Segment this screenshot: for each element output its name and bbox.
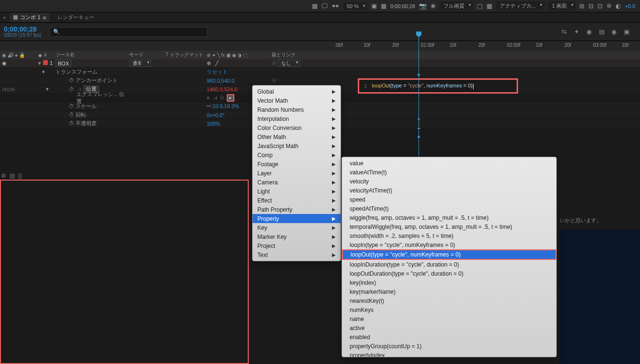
- audio-column-icon[interactable]: 🔊: [8, 53, 13, 58]
- add-keyframe-icon[interactable]: ◇: [7, 86, 11, 92]
- submenu-item[interactable]: key(markerName): [342, 287, 556, 296]
- label-color[interactable]: [43, 60, 48, 65]
- motion-blur-icon[interactable]: ◉: [611, 28, 619, 36]
- menu-item-javascript-math[interactable]: JavaScript Math▶: [253, 141, 341, 150]
- submenu-item[interactable]: valueAtTime(t): [342, 168, 556, 177]
- menu-item-marker-key[interactable]: Marker Key▶: [253, 232, 341, 241]
- menu-item-vector-math[interactable]: Vector Math▶: [253, 96, 341, 105]
- menu-item-footage[interactable]: Footage▶: [253, 160, 341, 169]
- transform-twirl-icon[interactable]: ▾: [42, 69, 45, 75]
- draft3d-icon[interactable]: ✦: [574, 28, 582, 36]
- label-column-icon[interactable]: ◆: [38, 53, 42, 58]
- menu-item-text[interactable]: Text▶: [253, 250, 341, 259]
- submenu-item[interactable]: value: [342, 159, 556, 168]
- hold-keyframe[interactable]: [419, 132, 419, 138]
- layer-twirl-icon[interactable]: ▾: [38, 60, 41, 66]
- region-icon[interactable]: ▢: [477, 2, 483, 10]
- trackmatte-column[interactable]: T トラックマット: [164, 52, 205, 58]
- toggle-switches-icon[interactable]: ⚙: [1, 172, 8, 179]
- frame-blend-icon[interactable]: ▤: [599, 28, 607, 36]
- submenu-item[interactable]: velocityAtTime(t): [342, 186, 556, 195]
- source-name-column[interactable]: ソース名: [54, 52, 127, 58]
- stopwatch-icon[interactable]: ⏱: [69, 77, 74, 83]
- menu-item-global[interactable]: Global▶: [253, 87, 341, 96]
- channels-icon[interactable]: ▣: [371, 2, 377, 10]
- submenu-item[interactable]: loopOut(type = "cycle", numKeyframes = 0…: [342, 249, 556, 260]
- layer-search-input[interactable]: 🔍: [50, 27, 208, 37]
- next-keyframe-icon[interactable]: ▷: [11, 86, 15, 92]
- scale-value[interactable]: 10.9,18.3%: [212, 103, 239, 109]
- parent-dropdown[interactable]: なし: [278, 60, 300, 67]
- expression-category-menu[interactable]: Global▶Vector Math▶Random Numbers▶Interp…: [252, 85, 341, 261]
- menu-item-project[interactable]: Project▶: [253, 241, 341, 250]
- view-icon-4[interactable]: ✲: [607, 2, 612, 10]
- submenu-item[interactable]: loopOutDuration(type = "cycle", duration…: [342, 269, 556, 278]
- monitor-icon[interactable]: 🖵: [321, 2, 328, 10]
- composition-flowchart-icon[interactable]: ⇆: [562, 28, 569, 36]
- current-timecode[interactable]: 0;00;00;28: [4, 26, 41, 32]
- glasses-icon[interactable]: 👓: [331, 2, 339, 10]
- blend-mode-dropdown[interactable]: 通常: [129, 60, 151, 67]
- submenu-item[interactable]: speed: [342, 195, 556, 204]
- submenu-item[interactable]: wiggle(freq, amp, octaves = 1, amp_mult …: [342, 213, 556, 222]
- constrain-icon[interactable]: ⚯: [207, 103, 211, 109]
- submenu-item[interactable]: loopIn(type = "cycle", numKeyframes = 0): [342, 240, 556, 249]
- exposure-value[interactable]: +0.0: [625, 3, 635, 9]
- menu-item-other-math[interactable]: Other Math▶: [253, 132, 341, 141]
- camera-dropdown[interactable]: アクティブカ...: [496, 1, 544, 11]
- resolution-dropdown[interactable]: フル画質: [440, 1, 473, 11]
- reset-button[interactable]: リセット: [205, 68, 270, 75]
- submenu-item[interactable]: temporalWiggle(freq, amp, octaves = 1, a…: [342, 222, 556, 231]
- brackets-icon[interactable]: {}: [18, 172, 25, 179]
- close-tab-icon[interactable]: ×: [3, 15, 6, 21]
- layout-icon[interactable]: ▦: [312, 2, 318, 10]
- view-icon-1[interactable]: ⊞: [579, 2, 585, 10]
- submenu-item[interactable]: propertyGroup(countUp = 1): [342, 342, 556, 351]
- transparency-grid-icon[interactable]: ▦: [381, 2, 386, 10]
- solo-column-icon[interactable]: ●: [15, 53, 18, 58]
- submenu-item[interactable]: name: [342, 314, 556, 323]
- transform-group-row[interactable]: ▾ トランスフォーム リセット: [0, 68, 640, 76]
- video-toggle-icon[interactable]: ◉: [2, 60, 7, 66]
- expression-graph-icon[interactable]: ⩘: [212, 95, 217, 101]
- panel-menu-icon[interactable]: ≡: [43, 15, 46, 21]
- menu-item-random-numbers[interactable]: Random Numbers▶: [253, 105, 341, 114]
- submenu-item[interactable]: key(index): [342, 278, 556, 287]
- expression-pickwhip-icon[interactable]: ☉: [220, 95, 224, 101]
- tab-render-queue[interactable]: レンダーキュー: [54, 13, 98, 22]
- grid-icon[interactable]: ▦: [486, 2, 492, 10]
- menu-item-path-property[interactable]: Path Property▶: [253, 205, 341, 214]
- mode-column[interactable]: モード: [127, 52, 164, 58]
- layer-name-input[interactable]: BOX: [55, 60, 71, 67]
- view-icon-3[interactable]: ⊡: [597, 2, 603, 10]
- submenu-item[interactable]: velocity: [342, 177, 556, 186]
- hide-shy-icon[interactable]: ◉: [586, 28, 594, 36]
- submenu-item[interactable]: nearestKey(t): [342, 296, 556, 305]
- expression-enable-icon[interactable]: =: [207, 95, 210, 101]
- submenu-item[interactable]: numKeys: [342, 305, 556, 314]
- snapshot-icon[interactable]: 📷: [419, 2, 427, 10]
- pickwhip-icon[interactable]: ☉: [272, 60, 276, 66]
- expression-function-menu[interactable]: valuevalueAtTime(t)velocityvelocityAtTim…: [342, 157, 557, 357]
- submenu-item[interactable]: active: [342, 323, 556, 332]
- menu-item-effect[interactable]: Effect▶: [253, 196, 341, 205]
- pickwhip-icon[interactable]: ☉: [272, 77, 276, 83]
- menu-item-layer[interactable]: Layer▶: [253, 169, 341, 178]
- submenu-item[interactable]: smooth(width = .2, samples = 5, t = time…: [342, 231, 556, 240]
- menu-item-interpolation[interactable]: Interpolation▶: [253, 114, 341, 123]
- position-twirl-icon[interactable]: ▾: [46, 86, 49, 92]
- video-column-icon[interactable]: ◉: [2, 53, 6, 58]
- lock-column-icon[interactable]: 🔒: [19, 53, 25, 58]
- submenu-item[interactable]: speedAtTime(t): [342, 204, 556, 213]
- graph-editor-icon[interactable]: ▣: [624, 28, 631, 36]
- exposure-icon[interactable]: ◐: [616, 2, 621, 10]
- submenu-item[interactable]: loopInDuration(type = "cycle", duration …: [342, 260, 556, 269]
- view-icon-2[interactable]: ⊟: [588, 2, 594, 10]
- menu-item-comp[interactable]: Comp▶: [253, 150, 341, 160]
- menu-item-color-conversion[interactable]: Color Conversion▶: [253, 123, 341, 132]
- color-icon[interactable]: ❀: [430, 2, 436, 10]
- expression-language-menu-button[interactable]: ▸: [227, 94, 234, 102]
- time-ruler[interactable]: :00f10f20f01:00f10f20f02:00f10f20f03:00f…: [0, 41, 640, 51]
- submenu-item[interactable]: enabled: [342, 332, 556, 342]
- stopwatch-icon[interactable]: ⏱: [69, 112, 74, 118]
